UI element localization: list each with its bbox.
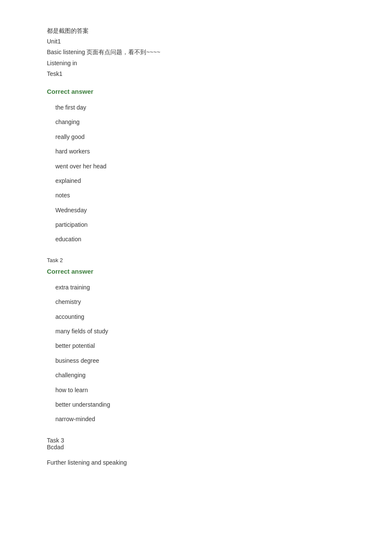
task1-section: Correct answer the first daychangingreal…: [47, 88, 345, 247]
intro-line3: Basic listening 页面有点问题，看不到~~~~: [47, 47, 345, 58]
task2-answer-list: extra trainingchemistryaccountingmany fi…: [47, 280, 345, 427]
intro-line1: 都是截图的答案: [47, 26, 345, 36]
list-item: accounting: [47, 309, 345, 324]
list-item: better understanding: [47, 397, 345, 412]
task2-label: Task 2: [47, 257, 345, 263]
list-item: chemistry: [47, 295, 345, 309]
list-item: hard workers: [47, 144, 345, 159]
task1-correct-answer-heading: Correct answer: [47, 88, 345, 95]
further-section: Further listening and speaking: [47, 459, 345, 466]
task2-correct-answer-heading: Correct answer: [47, 268, 345, 275]
intro-line4: Listening in: [47, 58, 345, 69]
task3-section: Task 3 Bcdad: [47, 437, 345, 451]
list-item: how to learn: [47, 383, 345, 397]
list-item: better potential: [47, 338, 345, 353]
list-item: extra training: [47, 280, 345, 295]
task2-section: Task 2 Correct answer extra trainingchem…: [47, 257, 345, 427]
task3-content: Bcdad: [47, 444, 345, 451]
task3-label: Task 3: [47, 437, 345, 444]
list-item: explained: [47, 173, 345, 188]
list-item: Wednesday: [47, 203, 345, 217]
list-item: the first day: [47, 100, 345, 115]
list-item: narrow-minded: [47, 412, 345, 426]
list-item: participation: [47, 217, 345, 232]
list-item: notes: [47, 188, 345, 202]
list-item: really good: [47, 130, 345, 144]
list-item: education: [47, 232, 345, 246]
list-item: changing: [47, 115, 345, 129]
list-item: challenging: [47, 368, 345, 382]
intro-line5: Tesk1: [47, 69, 345, 79]
intro-line2: Unit1: [47, 36, 345, 47]
list-item: went over her head: [47, 159, 345, 173]
further-label: Further listening and speaking: [47, 459, 345, 466]
list-item: business degree: [47, 353, 345, 368]
task1-answer-list: the first daychangingreally goodhard wor…: [47, 100, 345, 247]
intro-section: 都是截图的答案 Unit1 Basic listening 页面有点问题，看不到…: [47, 26, 345, 79]
list-item: many fields of study: [47, 324, 345, 338]
